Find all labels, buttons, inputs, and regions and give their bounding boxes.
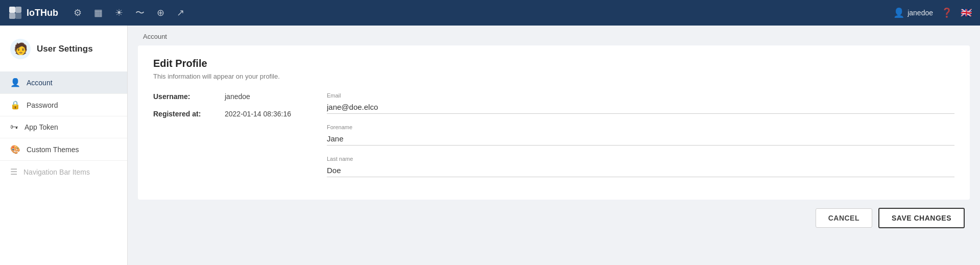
top-navigation: IoTHub ⚙ ▦ ☀ 〜 ⊕ ↗ 👤 janedoe ❓ 🇬🇧 <box>0 0 980 26</box>
sidebar-item-custom-themes[interactable]: 🎨 Custom Themes <box>0 138 127 161</box>
account-icon: 👤 <box>10 78 20 87</box>
forename-label: Forename <box>327 124 954 130</box>
profile-grid: Username: janedoe Registered at: 2022-01… <box>153 92 954 187</box>
lastname-input[interactable] <box>327 164 954 177</box>
edit-profile-card: Edit Profile This information will appea… <box>138 45 970 200</box>
card-subtitle: This information will appear on your pro… <box>153 73 954 80</box>
sidebar-item-nav-bar-items: ☰ Navigation Bar Items <box>0 161 127 183</box>
sidebar-item-app-token[interactable]: 🗝 App Token <box>0 116 127 138</box>
user-circle-icon: 👤 <box>893 7 904 18</box>
save-changes-button[interactable]: SAVE CHANGES <box>878 208 965 228</box>
sidebar-item-account[interactable]: 👤 Account <box>0 71 127 94</box>
lastname-group: Last name <box>327 156 954 177</box>
globe-nav-icon[interactable]: ⊕ <box>157 7 164 18</box>
svg-rect-1 <box>15 7 21 13</box>
profile-right: Email Forename Last name <box>327 92 954 187</box>
gear-nav-icon[interactable]: ⚙ <box>74 7 82 18</box>
view-list-icon: ☰ <box>10 167 17 177</box>
registered-row: Registered at: 2022-01-14 08:36:16 <box>153 110 306 118</box>
svg-rect-3 <box>15 13 21 19</box>
sidebar-label-nav-bar: Navigation Bar Items <box>23 168 90 176</box>
sun-nav-icon[interactable]: ☀ <box>115 7 123 18</box>
svg-rect-0 <box>9 7 15 13</box>
flag-icon[interactable]: 🇬🇧 <box>961 7 972 18</box>
lightning-nav-icon[interactable]: ↗ <box>177 7 184 18</box>
email-input[interactable] <box>327 101 954 114</box>
username-display: janedoe <box>907 9 933 17</box>
forename-group: Forename <box>327 124 954 146</box>
avatar: 🧑 <box>10 39 31 59</box>
grid-nav-icon[interactable]: ▦ <box>94 7 103 18</box>
help-icon[interactable]: ❓ <box>941 7 952 18</box>
registered-label: Registered at: <box>153 110 214 118</box>
registered-value: 2022-01-14 08:36:16 <box>225 110 291 118</box>
key-icon: 🗝 <box>10 123 18 132</box>
sidebar-label-app-token: App Token <box>25 123 58 131</box>
sidebar: 🧑 User Settings 👤 Account 🔒 Password 🗝 A… <box>0 26 128 265</box>
profile-left: Username: janedoe Registered at: 2022-01… <box>153 92 306 187</box>
trending-nav-icon[interactable]: 〜 <box>135 7 145 19</box>
sidebar-item-password[interactable]: 🔒 Password <box>0 94 127 116</box>
content-area: Account Edit Profile This information wi… <box>128 26 980 265</box>
cancel-button[interactable]: CANCEL <box>816 208 872 228</box>
topnav-right: 👤 janedoe ❓ 🇬🇧 <box>893 7 972 18</box>
card-title: Edit Profile <box>153 58 954 69</box>
settings-title: User Settings <box>37 44 93 54</box>
username-label: Username: <box>153 92 214 101</box>
email-label: Email <box>327 92 954 99</box>
main-layout: 🧑 User Settings 👤 Account 🔒 Password 🗝 A… <box>0 26 980 265</box>
sidebar-label-password: Password <box>27 101 58 109</box>
app-name: IoTHub <box>27 8 58 18</box>
footer-actions: CANCEL SAVE CHANGES <box>128 200 980 236</box>
palette-icon: 🎨 <box>10 144 20 154</box>
lastname-label: Last name <box>327 156 954 162</box>
sidebar-header: 🧑 User Settings <box>0 31 127 67</box>
breadcrumb: Account <box>128 26 980 43</box>
username-value: janedoe <box>225 92 250 101</box>
sidebar-label-account: Account <box>27 79 53 87</box>
username-row: Username: janedoe <box>153 92 306 101</box>
nav-icons: ⚙ ▦ ☀ 〜 ⊕ ↗ <box>74 7 893 19</box>
sidebar-label-custom-themes: Custom Themes <box>27 146 79 154</box>
svg-rect-2 <box>9 13 15 19</box>
app-logo[interactable]: IoTHub <box>8 6 58 20</box>
user-info[interactable]: 👤 janedoe <box>893 7 933 18</box>
lock-icon: 🔒 <box>10 100 20 110</box>
forename-input[interactable] <box>327 132 954 146</box>
email-group: Email <box>327 92 954 114</box>
